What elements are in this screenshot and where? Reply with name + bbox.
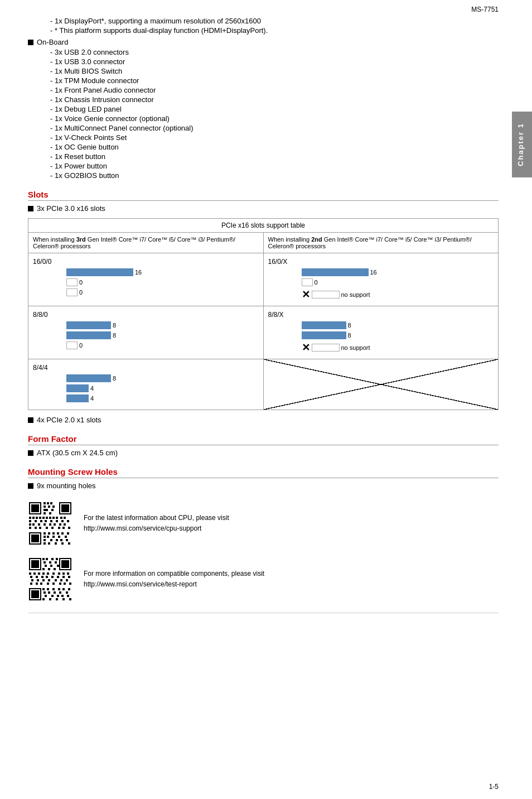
svg-rect-143 [45, 595, 47, 597]
svg-rect-68 [50, 539, 52, 541]
on-board-section: On-Board [28, 38, 499, 46]
pcie-row-2: 8/8/0 8 8 0 [28, 306, 498, 359]
bar-group-4: 8 8 ✕ no support [302, 321, 494, 354]
svg-rect-130 [64, 583, 66, 585]
svg-rect-53 [58, 527, 60, 529]
pcie-row2-col2: 8/8/X 8 8 ✕ no support [264, 306, 499, 359]
slot-config-label-5: 8/4/4 [33, 364, 259, 372]
bar-visual-2: 0 [66, 278, 259, 286]
pcie-table-title: PCIe x16 slots support table [28, 219, 498, 233]
bar-14 [66, 384, 89, 392]
bar-visual-3: 0 [66, 288, 259, 296]
qr-text-1: For the latest information about CPU, pl… [84, 513, 229, 534]
svg-rect-134 [52, 588, 55, 590]
pcie-col2-header: When installing 2nd Gen Intel® Core™ i7/… [264, 233, 499, 253]
svg-rect-35 [45, 520, 47, 522]
on-board-item-10: 1x OC Genie button [50, 143, 499, 151]
qr-block-2: For more information on compatible compo… [28, 557, 499, 601]
bar-5 [302, 278, 313, 286]
slot-config-label-4: 8/8/X [268, 311, 494, 319]
slot-config-label-2: 16/0/X [268, 258, 494, 266]
pcie-row1-col2: 16/0/X 16 0 ✕ no suppor [264, 253, 499, 306]
pcie-table: PCIe x16 slots support table When instal… [28, 218, 499, 410]
bar-group-2: 16 0 ✕ no support [302, 268, 494, 301]
qr-text-line2-1: http://www.msi.com/service/cpu-support [84, 524, 201, 532]
svg-rect-112 [46, 576, 48, 578]
bar-9 [66, 341, 78, 349]
svg-rect-15 [52, 506, 55, 508]
on-board-item-12: 1x Power button [50, 162, 499, 170]
on-board-label: On-Board [37, 38, 68, 46]
svg-rect-114 [57, 576, 59, 578]
on-board-item-1: 1x USB 3.0 connector [50, 57, 499, 66]
qr-block-1: For the latest information about CPU, pl… [28, 501, 499, 546]
svg-rect-42 [38, 523, 40, 526]
svg-rect-18 [51, 509, 54, 511]
svg-rect-60 [61, 532, 64, 535]
form-factor-title: Form Factor [28, 434, 499, 445]
svg-rect-66 [65, 536, 67, 538]
svg-rect-32 [29, 520, 31, 522]
svg-rect-59 [57, 532, 59, 535]
svg-rect-14 [48, 506, 50, 508]
svg-rect-36 [50, 520, 52, 522]
svg-rect-150 [56, 598, 58, 600]
svg-rect-21 [29, 517, 31, 519]
bottom-separator [28, 613, 499, 613]
svg-rect-121 [55, 579, 57, 581]
bar-group-1: 16 0 0 [66, 268, 259, 297]
qr-code-2 [28, 557, 72, 601]
svg-rect-27 [49, 517, 51, 519]
svg-rect-98 [48, 568, 50, 570]
svg-rect-43 [43, 523, 46, 526]
svg-rect-109 [30, 576, 32, 578]
mounting-label: 9x mounting holes [37, 482, 96, 490]
slots-item-0: 3x PCIe 3.0 x16 slots [28, 204, 499, 213]
bar-10 [302, 321, 346, 329]
bar-group-5: 8 4 4 [66, 374, 259, 403]
chapter-tab: Chapter 1 [512, 112, 532, 177]
svg-rect-117 [31, 579, 33, 581]
svg-rect-115 [62, 576, 65, 578]
bar-visual-15: 4 [66, 394, 259, 402]
mounting-bullet [28, 483, 33, 489]
svg-rect-62 [43, 536, 46, 538]
svg-rect-107 [62, 572, 65, 575]
svg-rect-26 [46, 517, 48, 519]
bar-visual-8: 8 [66, 331, 259, 339]
on-board-item-0: 3x USB 2.0 connectors [50, 48, 499, 56]
svg-rect-89 [51, 558, 54, 560]
x-mark-icon-2: ✕ [302, 341, 310, 354]
bar-visual-1: 16 [66, 268, 259, 276]
svg-rect-136 [62, 588, 65, 590]
svg-rect-126 [40, 583, 42, 585]
svg-rect-51 [46, 527, 48, 529]
extra-slots-item: 4x PCIe 2.0 x1 slots [28, 416, 499, 424]
svg-rect-128 [52, 583, 55, 585]
svg-rect-23 [36, 517, 38, 519]
svg-rect-3 [31, 504, 39, 512]
bar-3 [66, 288, 78, 296]
pcie-row2-col1: 8/8/0 8 8 0 [28, 306, 264, 359]
svg-rect-97 [42, 568, 45, 570]
svg-rect-37 [56, 520, 58, 522]
on-board-item-7: 1x Voice Genie connector (optional) [50, 114, 499, 123]
svg-rect-127 [47, 583, 49, 585]
form-factor-bullet [28, 450, 33, 456]
extra-slots-label: 4x PCIe 2.0 x1 slots [37, 416, 101, 424]
on-board-item-11: 1x Reset button [50, 152, 499, 161]
svg-rect-76 [68, 542, 70, 545]
svg-rect-61 [67, 532, 69, 535]
bar-visual-14: 4 [66, 384, 259, 392]
svg-rect-106 [58, 572, 60, 575]
svg-rect-146 [61, 595, 64, 597]
svg-rect-54 [62, 527, 65, 529]
svg-rect-113 [51, 576, 54, 578]
svg-rect-87 [42, 558, 45, 560]
svg-rect-72 [43, 542, 46, 545]
slot-config-label-3: 8/8/0 [33, 311, 259, 319]
bar-13 [66, 374, 111, 382]
svg-rect-108 [67, 572, 69, 575]
bar-visual-4: 16 [302, 268, 494, 276]
svg-rect-73 [48, 542, 50, 545]
